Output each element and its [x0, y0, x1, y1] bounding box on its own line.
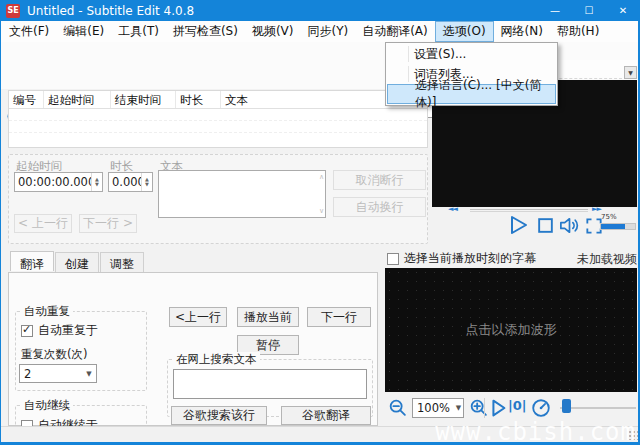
separator	[484, 398, 485, 418]
menu-options[interactable]: 选项(O)	[435, 21, 494, 42]
auto-repeat-group-label: 自动重复	[21, 304, 73, 319]
web-search-input[interactable]	[173, 369, 367, 399]
google-search-line-button[interactable]: 谷歌搜索该行	[171, 406, 267, 425]
spin-down-icon[interactable]: ▼	[145, 182, 149, 187]
waveform-position-slider[interactable]	[560, 407, 636, 409]
subtitle-list-header: 编号 起始时间 结束时间 时长 文本	[9, 91, 427, 109]
bottom-tab-control: 翻译 创建 调整 自动重复 ✓ 自动重复于 重复次数(次) 2 ▼ 自动继续	[8, 252, 378, 426]
menu-sync[interactable]: 同步(Y)	[300, 21, 355, 42]
duration-value[interactable]: 0.000	[109, 175, 141, 189]
volume-slider[interactable]	[600, 223, 636, 230]
stop-icon	[536, 216, 555, 235]
play-icon	[506, 213, 530, 237]
zoom-out-icon	[387, 397, 409, 419]
repeat-count-label: 重复次数(次)	[21, 347, 87, 362]
playback-speed-button[interactable]	[530, 397, 552, 419]
start-time-spinner[interactable]: 00:00:00.000 ▲ ▼	[14, 172, 103, 192]
menu-gutter	[408, 46, 409, 62]
chevron-down-icon[interactable]: ▼	[82, 370, 96, 378]
play-icon	[487, 397, 509, 419]
translate-tab-page: 自动重复 ✓ 自动重复于 重复次数(次) 2 ▼ 自动继续 自动继续于 延时(秒…	[8, 272, 378, 426]
window-border	[0, 21, 1, 445]
menu-edit[interactable]: 编辑(E)	[56, 21, 111, 42]
translate-next-line-button[interactable]: 下一行	[307, 307, 371, 327]
autobreak-button[interactable]: 自动换行	[333, 197, 426, 217]
auto-repeat-checkbox-row[interactable]: ✓ 自动重复于	[21, 322, 98, 339]
google-translate-button[interactable]: 谷歌翻译	[281, 406, 371, 425]
checkbox-checked-icon[interactable]: ✓	[21, 325, 33, 337]
scroll-down-icon: ∨	[319, 207, 324, 215]
auto-continue-group-label: 自动继续	[21, 398, 73, 413]
maximize-button[interactable]: ☐	[572, 0, 606, 21]
subtitle-text-area[interactable]: ∧ ∨	[158, 170, 326, 218]
subtitle-list[interactable]: 编号 起始时间 结束时间 时长 文本	[8, 90, 428, 148]
seek-forward-icon[interactable]: ►►	[592, 205, 601, 213]
empty-row	[9, 133, 427, 145]
repeat-count-combobox[interactable]: 2 ▼	[19, 364, 97, 383]
video-panel-dropdown-button[interactable]: ▼	[624, 66, 637, 79]
tab-create[interactable]: 创建	[55, 252, 99, 272]
speedometer-icon	[530, 397, 552, 419]
watermark: www.cbish.com	[435, 418, 636, 445]
options-dropdown-menu: 设置(S)... 词语列表... 选择语言(C)... [中文(简体)]	[385, 42, 558, 106]
menu-item-label: 选择语言(C)... [中文(简体)]	[415, 77, 555, 111]
empty-row	[9, 109, 427, 121]
minimize-button[interactable]: —	[538, 0, 572, 21]
menu-spellcheck[interactable]: 拼写检查(S)	[166, 21, 245, 42]
translate-prev-line-button[interactable]: <上一行	[169, 307, 227, 327]
dropdown-arrow-icon: ▼	[628, 69, 633, 76]
window-title: Untitled - Subtitle Edit 4.0.8	[27, 4, 194, 18]
menu-item-label: 设置(S)...	[414, 46, 466, 63]
menu-item-choose-language[interactable]: 选择语言(C)... [中文(简体)]	[387, 84, 556, 104]
col-start-time[interactable]: 起始时间	[44, 91, 111, 108]
next-line-button[interactable]: 下一行 >	[79, 214, 137, 233]
menu-auto-translate[interactable]: 自动翻译(A)	[355, 21, 435, 42]
menu-network[interactable]: 网络(N)	[494, 21, 550, 42]
menu-bar: 文件(F) 编辑(E) 工具(T) 拼写检查(S) 视频(V) 同步(Y) 自动…	[0, 21, 640, 42]
menu-tools[interactable]: 工具(T)	[111, 21, 166, 42]
seek-back-icon[interactable]: ◄◄	[448, 205, 457, 213]
menu-file[interactable]: 文件(F)	[2, 21, 56, 42]
menu-video[interactable]: 视频(V)	[245, 21, 301, 42]
waveform-center-button[interactable]: |0|	[508, 398, 527, 413]
spin-down-icon[interactable]: ▼	[95, 182, 99, 187]
select-current-subtitle-row[interactable]: 选择当前播放时刻的字幕	[387, 250, 536, 267]
waveform-zoom-combobox[interactable]: 100% ▼	[412, 398, 464, 418]
duration-spinner[interactable]: 0.000 ▲ ▼	[108, 172, 153, 192]
waveform-area[interactable]: 点击以添加波形	[385, 268, 637, 392]
chevron-down-icon[interactable]: ▼	[454, 404, 463, 412]
scroll-up-icon: ∧	[319, 173, 324, 181]
prev-line-button[interactable]: < 上一行	[14, 214, 72, 233]
no-video-label: 未加载视频	[577, 251, 637, 268]
mute-button[interactable]	[558, 214, 581, 237]
close-button[interactable]: ✕	[606, 0, 640, 21]
stop-button[interactable]	[536, 216, 555, 235]
col-number[interactable]: 编号	[9, 91, 44, 108]
menu-item-settings[interactable]: 设置(S)...	[387, 44, 556, 64]
subtitle-edit-window: SE Untitled - Subtitle Edit 4.0.8 — ☐ ✕ …	[0, 0, 640, 445]
slider-thumb[interactable]	[562, 399, 571, 413]
waveform-play-button[interactable]	[487, 397, 509, 419]
spinner-arrows[interactable]: ▲ ▼	[141, 173, 152, 191]
volume-icon	[558, 214, 581, 237]
empty-row	[9, 121, 427, 133]
col-end-time[interactable]: 结束时间	[111, 91, 176, 108]
spinner-arrows[interactable]: ▲ ▼	[91, 173, 102, 191]
col-duration[interactable]: 时长	[176, 91, 221, 108]
waveform-placeholder: 点击以添加波形	[466, 321, 557, 339]
volume-fill	[601, 224, 625, 229]
checkbox-unchecked-icon[interactable]	[387, 253, 399, 265]
start-time-value[interactable]: 00:00:00.000	[15, 175, 91, 189]
play-button[interactable]	[506, 213, 530, 237]
tab-adjust[interactable]: 调整	[100, 252, 144, 272]
unbreak-button[interactable]: 取消断行	[333, 170, 426, 190]
menu-help[interactable]: 帮助(H)	[550, 21, 606, 42]
app-icon: SE	[6, 4, 20, 18]
volume-percent-label: 75%	[601, 213, 617, 221]
web-search-group-label: 在网上搜索文本	[173, 352, 260, 367]
tab-translate[interactable]: 翻译	[10, 251, 54, 271]
video-seek-bar[interactable]	[470, 209, 588, 212]
auto-repeat-checkbox-label: 自动重复于	[38, 322, 98, 339]
play-current-button[interactable]: 播放当前	[237, 307, 299, 327]
waveform-zoom-out-button[interactable]	[387, 397, 409, 419]
